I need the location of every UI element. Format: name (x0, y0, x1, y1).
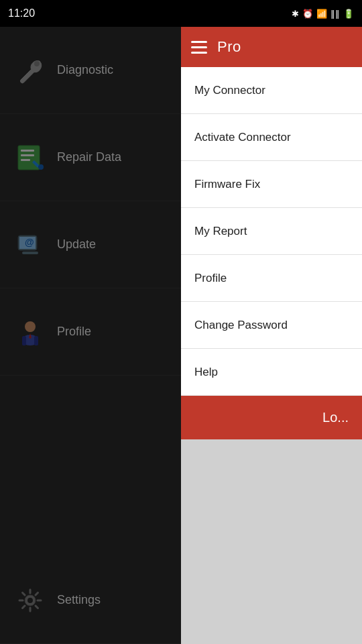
menu-item-my-report-label: My Report (194, 225, 247, 238)
svg-rect-3 (21, 154, 34, 156)
svg-rect-2 (21, 150, 34, 152)
header-title: Pro (217, 38, 241, 56)
logout-button[interactable]: Lo... (181, 396, 362, 439)
status-icons: ✱ ⏰ 📶 ‖‖ 🔋 (292, 9, 354, 19)
sidebar-item-update[interactable]: @ Update (0, 201, 181, 288)
sidebar-item-profile[interactable]: Profile (0, 288, 181, 376)
sidebar: Diagnostic Repair Data (0, 27, 181, 644)
battery-icon: 🔋 (343, 9, 354, 19)
svg-rect-13 (22, 336, 26, 345)
menu-item-help-label: Help (194, 366, 218, 379)
status-bar: 11:20 ✱ ⏰ 📶 ‖‖ 🔋 (0, 0, 362, 27)
sidebar-item-diagnostic-label: Diagnostic (57, 63, 113, 77)
settings-icon (13, 584, 47, 617)
logout-label: Lo... (322, 410, 349, 425)
menu-item-firmware-fix-label: Firmware Fix (194, 178, 260, 191)
profile-icon (13, 315, 47, 349)
right-header: Pro (181, 27, 362, 67)
bluetooth-icon: ✱ (292, 9, 299, 19)
menu-item-profile[interactable]: Profile (181, 255, 362, 302)
svg-text:@: @ (25, 237, 34, 248)
menu-item-help[interactable]: Help (181, 349, 362, 396)
menu-item-activate-connector-label: Activate Connector (194, 131, 291, 144)
sidebar-item-repair-data[interactable]: Repair Data (0, 114, 181, 201)
svg-rect-4 (21, 159, 30, 161)
menu-item-my-connector-label: My Connector (194, 84, 265, 97)
svg-rect-9 (22, 252, 38, 254)
svg-point-5 (38, 164, 44, 170)
svg-point-10 (25, 321, 36, 332)
main-container: Diagnostic Repair Data (0, 27, 362, 644)
sidebar-item-repair-data-label: Repair Data (57, 150, 121, 164)
menu-item-activate-connector[interactable]: Activate Connector (181, 114, 362, 161)
hamburger-line-2 (191, 46, 207, 48)
menu-item-my-report[interactable]: My Report (181, 208, 362, 255)
sidebar-item-settings-label: Settings (57, 593, 101, 607)
hamburger-button[interactable] (191, 41, 207, 54)
sidebar-item-update-label: Update (57, 237, 96, 252)
svg-point-16 (27, 598, 33, 603)
wifi-icon: 📶 (316, 9, 327, 19)
sidebar-item-profile-label: Profile (57, 325, 91, 339)
svg-point-0 (34, 61, 40, 66)
hamburger-line-3 (191, 52, 207, 54)
signal-icon: ‖‖ (330, 9, 340, 19)
menu-item-change-password[interactable]: Change Password (181, 302, 362, 349)
lower-area (181, 439, 362, 644)
update-icon: @ (13, 228, 47, 262)
wrench-icon (13, 54, 47, 87)
menu-item-my-connector[interactable]: My Connector (181, 67, 362, 114)
sidebar-item-diagnostic[interactable]: Diagnostic (0, 27, 181, 114)
menu-item-profile-label: Profile (194, 272, 227, 285)
alarm-icon: ⏰ (302, 9, 313, 19)
menu-item-firmware-fix[interactable]: Firmware Fix (181, 161, 362, 208)
menu-list: My Connector Activate Connector Firmware… (181, 67, 362, 644)
repair-icon (13, 141, 47, 174)
hamburger-line-1 (191, 41, 207, 43)
svg-rect-14 (34, 336, 38, 345)
right-panel: Pro My Connector Activate Connector Firm… (181, 27, 362, 644)
status-time: 11:20 (8, 7, 35, 19)
sidebar-item-settings[interactable]: Settings (0, 557, 181, 644)
menu-item-change-password-label: Change Password (194, 319, 288, 332)
